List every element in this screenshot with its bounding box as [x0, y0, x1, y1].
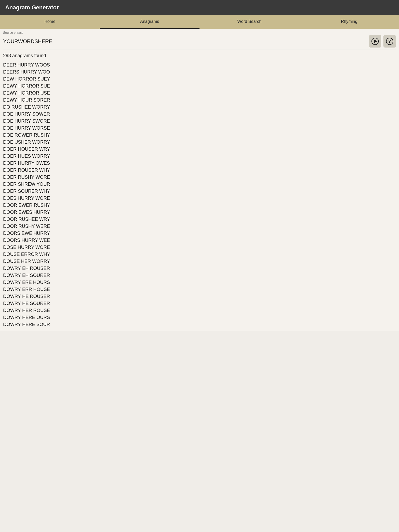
- anagram-item: DOUSE HER WORRY: [3, 258, 396, 265]
- anagram-list: DEER HURRY WOOSDEERS HURRY WOODEW HORROR…: [3, 62, 396, 328]
- tab-bar: Home Anagrams Word Search Rhyming: [0, 15, 399, 29]
- help-icon: ?: [386, 37, 394, 45]
- anagram-item: DOWRY ERE HOURS: [3, 279, 396, 286]
- tab-rhyming[interactable]: Rhyming: [299, 15, 399, 29]
- anagram-item: DEWY HORROR USE: [3, 90, 396, 97]
- anagram-item: DEWY HORROR SUE: [3, 83, 396, 90]
- play-icon: [371, 37, 379, 45]
- anagram-item: DOER RUSHY WORE: [3, 174, 396, 181]
- anagram-item: DOOR EWER RUSHY: [3, 202, 396, 209]
- anagram-item: DOE HURRY SOWER: [3, 111, 396, 118]
- anagram-item: DOOR RUSHEE WRY: [3, 216, 396, 223]
- anagram-item: DOWRY HER ROUSE: [3, 307, 396, 314]
- results-count: 298 anagrams found: [3, 53, 396, 58]
- results-area: 298 anagrams found DEER HURRY WOOSDEERS …: [0, 50, 399, 331]
- anagram-item: DOWRY HE ROUSER: [3, 293, 396, 300]
- anagram-item: DOORS EWE HURRY: [3, 230, 396, 237]
- anagram-item: DOE HURRY SWORE: [3, 118, 396, 125]
- anagram-item: DEW HORROR SUEY: [3, 76, 396, 83]
- search-area: Source phrase ?: [0, 29, 399, 50]
- anagram-item: DOWRY HERE OURS: [3, 314, 396, 321]
- anagram-item: DOWRY EH ROUSER: [3, 265, 396, 272]
- anagram-item: DOE ROWER RUSHY: [3, 132, 396, 139]
- anagram-item: DOWRY HE SOURER: [3, 300, 396, 307]
- anagram-item: DOER SHREW YOUR: [3, 181, 396, 188]
- source-phrase-label: Source phrase: [3, 31, 396, 35]
- anagram-item: DOES HURRY WORE: [3, 195, 396, 202]
- anagram-item: DOER HURRY OWES: [3, 160, 396, 167]
- tab-home[interactable]: Home: [0, 15, 100, 29]
- anagram-item: DOSE HURRY WORE: [3, 244, 396, 251]
- anagram-item: DOWRY HERE SOUR: [3, 321, 396, 328]
- anagram-item: DOER HOUSER WRY: [3, 146, 396, 153]
- help-button[interactable]: ?: [383, 35, 396, 48]
- anagram-item: DOOR EWES HURRY: [3, 209, 396, 216]
- input-row: ?: [3, 35, 396, 50]
- anagram-item: DOER HUES WORRY: [3, 153, 396, 160]
- anagram-item: DOORS HURRY WEE: [3, 237, 396, 244]
- anagram-item: DOE HURRY WORSE: [3, 125, 396, 132]
- play-button[interactable]: [369, 35, 381, 48]
- anagram-item: DOWRY EH SOURER: [3, 272, 396, 279]
- anagram-item: DOWRY ERR HOUSE: [3, 286, 396, 293]
- anagram-item: DO RUSHEE WORRY: [3, 104, 396, 111]
- tab-anagrams[interactable]: Anagrams: [100, 15, 200, 29]
- anagram-item: DOUSE ERROR WHY: [3, 251, 396, 258]
- svg-text:?: ?: [388, 39, 391, 44]
- anagram-item: DOER SOURER WHY: [3, 188, 396, 195]
- anagram-item: DOER ROUSER WHY: [3, 167, 396, 174]
- svg-marker-1: [374, 39, 377, 43]
- tab-word-search[interactable]: Word Search: [200, 15, 299, 29]
- anagram-item: DOE USHER WORRY: [3, 139, 396, 146]
- app-title: Anagram Generator: [5, 4, 59, 11]
- anagram-item: DEER HURRY WOOS: [3, 62, 396, 69]
- anagram-item: DOOR RUSHY WERE: [3, 223, 396, 230]
- anagram-item: DEWY HOUR SORER: [3, 97, 396, 104]
- anagram-item: DEERS HURRY WOO: [3, 69, 396, 76]
- phrase-input[interactable]: [3, 37, 367, 45]
- app-bar: Anagram Generator: [0, 0, 399, 15]
